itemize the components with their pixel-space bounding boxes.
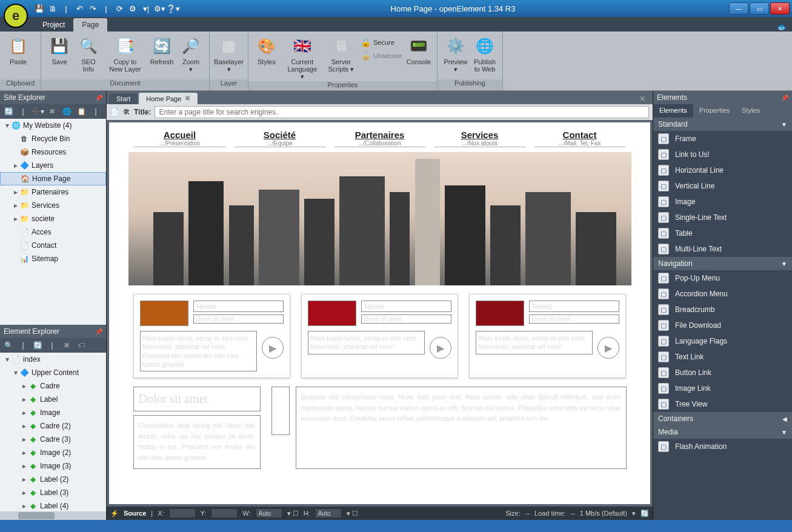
copy-icon[interactable]: 📋: [76, 107, 86, 116]
section-header[interactable]: Navigation▼: [653, 257, 792, 270]
minimize-button[interactable]: —: [729, 2, 748, 15]
copy-layer-button[interactable]: 📑Copy to New Layer: [103, 34, 147, 74]
nav-item[interactable]: Partenaires.../Collaboration: [334, 130, 425, 147]
globe-icon[interactable]: 🌐: [62, 107, 72, 116]
tab-styles[interactable]: Styles: [736, 104, 766, 118]
nav-item[interactable]: Services.../Nos atouts: [434, 130, 525, 147]
element-item[interactable]: ▢Tree View: [653, 396, 792, 412]
element-item[interactable]: ▢File Download: [653, 318, 792, 333]
element-node[interactable]: ▸◆Image: [0, 406, 106, 419]
element-item[interactable]: ▢Multi-Line Text: [653, 241, 792, 257]
element-node[interactable]: ▸◆Cadre (2): [0, 419, 106, 433]
element-item[interactable]: ▢Link to Us!: [653, 147, 792, 162]
element-node[interactable]: ▸◆Label (3): [0, 486, 106, 499]
qa-settings-icon[interactable]: ⚙▾: [154, 3, 165, 14]
section-header[interactable]: Containers◀: [653, 412, 792, 425]
tree-home-page[interactable]: 🏠Home Page: [0, 172, 106, 185]
element-item[interactable]: ▢Image Link: [653, 381, 792, 396]
news-card[interactable]: NewsDolor sit ametNam turpis lacus, semp…: [301, 294, 458, 378]
maximize-button[interactable]: ▭: [750, 2, 769, 15]
play-icon[interactable]: ▶: [597, 337, 619, 359]
nav-item[interactable]: Accueil.../Presentation: [135, 130, 225, 147]
element-item[interactable]: ▢Accordion Menu: [653, 286, 792, 302]
paste-button[interactable]: 📋Paste: [4, 34, 33, 67]
section-header[interactable]: Standard▼: [653, 118, 792, 131]
element-tree[interactable]: ▾📄index ▾🔷Upper Content ▸◆Cadre▸◆Label▸◆…: [0, 353, 106, 511]
pin-icon[interactable]: 📌: [95, 328, 102, 335]
news-card[interactable]: NewsDolor sit ametNam turpis lacus, semp…: [133, 294, 290, 378]
delete-icon[interactable]: ✖: [47, 107, 57, 116]
play-icon[interactable]: ▶: [430, 337, 451, 359]
qa-saveall-icon[interactable]: 🗎: [47, 3, 58, 14]
horizontal-scrollbar[interactable]: [0, 511, 106, 520]
tab-project[interactable]: Project: [34, 18, 73, 32]
pin-icon[interactable]: 📌: [95, 95, 102, 101]
play-icon[interactable]: ▶: [262, 337, 284, 359]
unsecure-button[interactable]: 🔓Unsecure: [359, 50, 404, 62]
y-input[interactable]: [211, 508, 238, 518]
scripts-button[interactable]: 🖥Server Scripts ▾: [324, 34, 359, 74]
section-header[interactable]: Media▼: [653, 425, 792, 439]
save-button[interactable]: 💾Save: [45, 34, 74, 67]
lower-heading[interactable]: Dolor sit amet: [133, 387, 261, 411]
search-icon[interactable]: 🔍: [4, 341, 13, 350]
lower-thumb[interactable]: [271, 387, 290, 435]
console-button[interactable]: 📟Console: [404, 34, 433, 67]
lower-text-1[interactable]: Consectetur adip iscing elit. Nunc nisi …: [133, 415, 261, 468]
h-input[interactable]: [315, 508, 342, 518]
qa-save-icon[interactable]: 💾: [34, 3, 45, 14]
element-node[interactable]: ▸◆Image (3): [0, 459, 106, 473]
zoom-button[interactable]: 🔎Zoom ▾: [176, 34, 205, 74]
element-item[interactable]: ▢Single-Line Text: [653, 210, 792, 225]
baselayer-button[interactable]: ▦Baselayer ▾: [213, 34, 244, 74]
element-item[interactable]: ▢Pop-Up Menu: [653, 270, 792, 286]
news-card[interactable]: NewsDolor sit ametNam turpis lacus, semp…: [469, 294, 626, 378]
element-node[interactable]: ▸◆Label: [0, 393, 106, 406]
styles-button[interactable]: 🎨Styles: [252, 34, 281, 67]
nav-item[interactable]: Société.../Equipe: [235, 130, 325, 147]
element-node[interactable]: ▸◆Image (2): [0, 446, 106, 459]
site-tree[interactable]: ▾🌐My Website (4) 🗑Recycle Bin 📦Resources…: [0, 119, 106, 325]
close-all-icon[interactable]: ✕: [636, 93, 649, 104]
element-item[interactable]: ▢Text Link: [653, 349, 792, 365]
fish-icon[interactable]: 🐟: [777, 22, 787, 32]
close-button[interactable]: ✕: [770, 2, 790, 15]
app-logo[interactable]: e: [4, 4, 28, 28]
refresh-icon[interactable]: 🔄: [641, 510, 649, 517]
close-tab-icon[interactable]: ✖: [185, 95, 190, 102]
delete-icon[interactable]: ✖: [62, 341, 72, 350]
refresh-icon[interactable]: 🔄: [33, 341, 42, 350]
pin-icon[interactable]: 📌: [781, 95, 788, 101]
tag-icon[interactable]: 🏷: [76, 341, 86, 350]
qa-undo-icon[interactable]: ↶: [74, 3, 85, 14]
lower-text-2[interactable]: Quisque nec consectetur risus. Nunc quis…: [296, 387, 627, 468]
title-input[interactable]: [155, 106, 649, 118]
tab-elements[interactable]: Elements: [653, 104, 693, 118]
design-canvas[interactable]: Accueil.../PresentationSociété.../Equipe…: [109, 122, 650, 504]
tool-icon[interactable]: 🛠: [123, 108, 130, 116]
element-item[interactable]: ▢Table: [653, 225, 792, 241]
preview-button[interactable]: ⚙️Preview ▾: [441, 34, 470, 74]
element-item[interactable]: ▢Image: [653, 194, 792, 210]
element-node[interactable]: ▸◆Cadre (3): [0, 433, 106, 446]
element-item[interactable]: ▢Vertical Line: [653, 178, 792, 194]
qa-redo-icon[interactable]: ↷: [87, 3, 98, 14]
qa-gear-icon[interactable]: ⚙: [127, 3, 138, 14]
element-item[interactable]: ▢Button Link: [653, 365, 792, 381]
refresh-icon[interactable]: 🔄: [4, 107, 13, 116]
x-input[interactable]: [169, 508, 196, 518]
page-icon[interactable]: 📄: [110, 108, 119, 116]
qa-refresh-icon[interactable]: ⟳: [114, 3, 125, 14]
element-node[interactable]: ▸◆Label (4): [0, 499, 106, 511]
tab-home[interactable]: Home Page✖: [139, 93, 198, 104]
tab-start[interactable]: Start: [109, 93, 138, 104]
element-item[interactable]: ▢Flash Animation: [653, 439, 792, 454]
tab-properties[interactable]: Properties: [693, 104, 736, 118]
element-item[interactable]: ▢Horizontal Line: [653, 162, 792, 178]
publish-button[interactable]: 🌐Publish to Web: [470, 34, 499, 74]
element-item[interactable]: ▢Frame: [653, 131, 792, 147]
w-input[interactable]: [256, 508, 282, 518]
refresh-button[interactable]: 🔄Refresh: [147, 34, 176, 67]
source-icon[interactable]: ⚡: [110, 510, 119, 517]
tab-page[interactable]: Page: [73, 18, 107, 32]
